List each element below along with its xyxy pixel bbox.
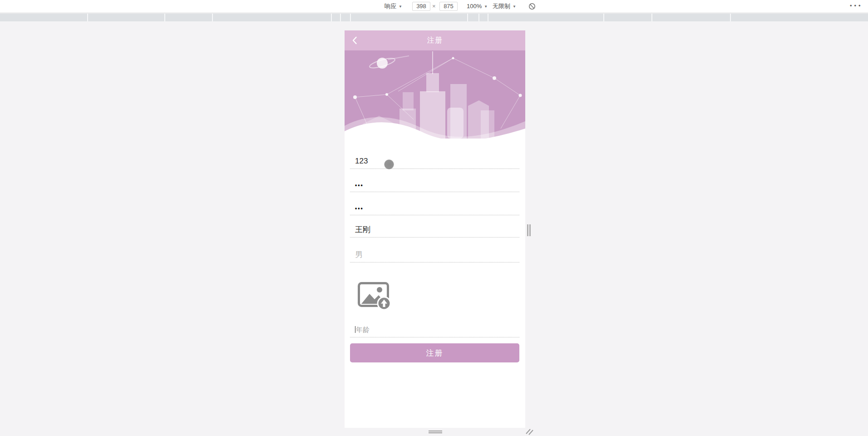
register-button[interactable]: 注册 xyxy=(350,343,519,362)
ruler-tick xyxy=(478,14,479,21)
password-input[interactable]: ••• xyxy=(350,177,519,192)
text-caret xyxy=(355,326,355,333)
confirm-password-input[interactable]: ••• xyxy=(350,200,519,215)
age-placeholder: 年龄 xyxy=(356,326,370,333)
avatar-upload-button[interactable] xyxy=(357,282,394,312)
ruler-tick xyxy=(651,14,652,21)
viewport-height-input[interactable]: 875 xyxy=(439,2,458,11)
device-type-dropdown[interactable]: 响应▼ xyxy=(385,0,402,13)
ruler-tick xyxy=(730,14,731,21)
throttling-dropdown[interactable]: 无限制▼ xyxy=(493,0,516,13)
ruler-tick xyxy=(331,14,332,21)
rotate-disabled-icon[interactable] xyxy=(528,3,536,10)
ruler-tick xyxy=(212,14,213,21)
city-illustration xyxy=(345,50,525,139)
devtools-device-toolbar: 响应▼ 398 × 875 100%▼ 无限制▼ ••• xyxy=(0,0,868,13)
zoom-dropdown[interactable]: 100%▼ xyxy=(467,0,488,13)
image-upload-icon xyxy=(357,282,394,312)
chevron-down-icon: ▼ xyxy=(484,5,488,9)
account-input[interactable]: 123 xyxy=(350,154,519,169)
device-type-label: 响应 xyxy=(385,3,396,10)
viewport-width-input[interactable]: 398 xyxy=(412,2,430,11)
ruler-tick xyxy=(87,14,88,21)
throttling-label: 无限制 xyxy=(493,3,510,10)
ruler-tick xyxy=(467,14,468,21)
chevron-down-icon: ▼ xyxy=(513,5,516,9)
age-input[interactable]: 年龄 xyxy=(350,322,519,337)
page-title: 注册 xyxy=(345,30,525,50)
device-viewport: 注册 123 ••• ••• 王刚 男 年龄 注册 xyxy=(345,30,525,428)
app-header: 注册 xyxy=(345,30,525,50)
gender-input[interactable]: 男 xyxy=(350,247,519,263)
touch-cursor xyxy=(384,159,394,169)
ruler-tick xyxy=(164,14,165,21)
ruler-tick xyxy=(340,14,341,21)
zoom-label: 100% xyxy=(467,3,482,10)
more-menu-icon[interactable]: ••• xyxy=(850,0,863,13)
viewport-width-resize-handle[interactable] xyxy=(527,224,531,236)
viewport-corner-resize-handle[interactable] xyxy=(525,428,534,435)
ruler-tick xyxy=(488,14,488,21)
ruler-tick xyxy=(603,14,604,21)
name-input[interactable]: 王刚 xyxy=(350,222,519,238)
media-query-ruler[interactable] xyxy=(0,14,868,21)
dimension-separator: × xyxy=(432,0,436,13)
chevron-down-icon: ▼ xyxy=(399,5,402,9)
ruler-tick xyxy=(350,14,351,21)
viewport-height-resize-handle[interactable] xyxy=(429,431,442,434)
